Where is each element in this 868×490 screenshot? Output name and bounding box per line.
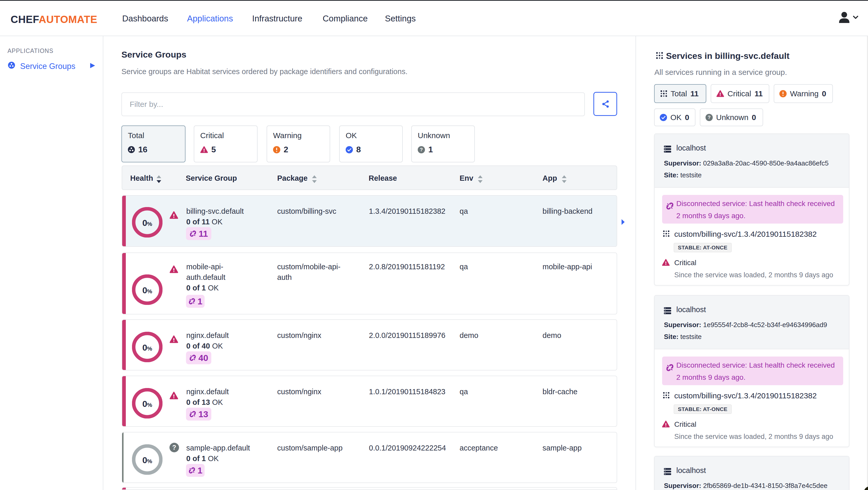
svg-text:?: ? (708, 115, 711, 120)
svg-text:?: ? (420, 147, 423, 152)
svg-text:?: ? (172, 444, 176, 451)
